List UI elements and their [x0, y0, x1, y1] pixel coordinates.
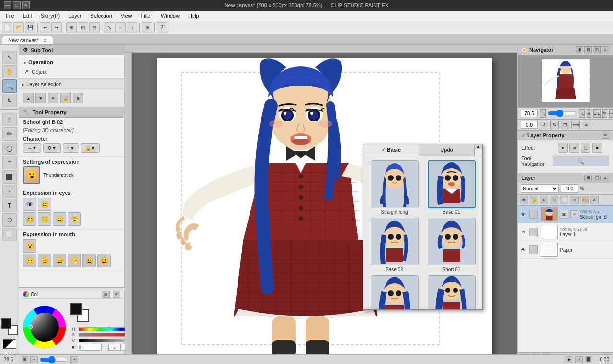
fill-tool[interactable]: ⬛ [2, 170, 17, 184]
status-zoom-fit-btn[interactable]: ⊞ [21, 356, 28, 363]
layer-item-0[interactable]: 👁 3D ✕ 100 % No... [518, 206, 613, 223]
menu-selection[interactable]: Selection [87, 12, 116, 20]
char-ctrl-2[interactable]: ⚙▼ [43, 143, 61, 153]
layer-select-lock-btn[interactable]: 🔒 [60, 93, 71, 103]
nav-rotate-btn[interactable]: ↻ [602, 109, 607, 118]
layer-tool-vis[interactable]: 👁 [520, 196, 528, 204]
eyes-opt-6[interactable]: 😤 [68, 212, 81, 226]
nav-1to1-btn[interactable]: 1:1 [593, 109, 601, 118]
foreground-color[interactable] [70, 303, 82, 315]
hair-item-base02[interactable]: Base 02 [367, 218, 421, 272]
transform-button[interactable]: ⤡ [104, 22, 114, 33]
layer-select-opt-btn[interactable]: ≡ [48, 93, 58, 103]
help-button[interactable]: ? [157, 22, 167, 33]
navigator-preview[interactable] [518, 55, 613, 107]
mouth-opt-7[interactable]: 😃 [97, 254, 111, 267]
layer-lock-1[interactable] [529, 228, 538, 236]
menu-file[interactable]: File [2, 12, 18, 20]
nav-rotation-input[interactable] [521, 121, 538, 129]
save-button[interactable]: 💾 [25, 22, 35, 33]
titlebar-maximize[interactable]: □ [13, 1, 21, 9]
effect-icon-4[interactable]: ■ [592, 143, 602, 153]
canvas-area[interactable]: ✓ Basic Updo ▲ [125, 45, 517, 364]
char-ctrl-4[interactable]: 🔒▼ [81, 143, 100, 153]
char-ctrl-3[interactable]: ≡▼ [63, 143, 79, 153]
opacity-input[interactable] [561, 184, 578, 193]
effect-icon-2[interactable]: ⊞ [569, 143, 579, 153]
hair-item-base01[interactable]: Base 01 [424, 160, 478, 215]
layer-panel-btn-2[interactable]: ⊡ [593, 175, 601, 181]
status-loop-btn[interactable]: ↺ [575, 356, 583, 363]
layer-panel-btn-3[interactable]: ≡ [602, 175, 609, 181]
layer-select-down-btn[interactable]: ▼ [35, 93, 46, 103]
layer-item-1[interactable]: 👁 100 % Normal Layer 1 [518, 223, 613, 241]
cursor-tool[interactable]: ↖ [2, 51, 17, 64]
nav-zoom-slider[interactable] [548, 110, 577, 116]
nav-rot-reset-btn[interactable]: ⊡ [561, 121, 569, 129]
color-wheel-container[interactable] [23, 306, 66, 349]
nav-zoom-out-btn[interactable]: 🔍 [540, 109, 546, 118]
hair-tab-updo[interactable]: Updo [419, 144, 475, 156]
mouth-opt-2[interactable]: 😐 [23, 254, 36, 267]
menu-story[interactable]: Story(P) [37, 12, 64, 20]
layer-prop-menu-btn[interactable]: ≡ [602, 132, 609, 139]
hair-popup-scroll-up[interactable]: ▲ [475, 144, 482, 149]
view-options-button[interactable]: ⊞ [142, 22, 152, 33]
new-button[interactable]: 📄 [2, 22, 12, 33]
mouth-opt-5[interactable]: 😁 [68, 254, 81, 267]
invert-sel-button[interactable]: ⊟ [89, 22, 100, 33]
menu-window[interactable]: Window [157, 12, 183, 20]
rgb-r-input[interactable]: 5 [108, 344, 121, 351]
color-menu-btn[interactable]: ≡ [113, 291, 120, 298]
brush-tool[interactable]: ◯ [2, 142, 17, 155]
effect-icon-3[interactable]: ◻ [581, 143, 590, 153]
selection-marquee-tool[interactable]: ⊡ [2, 113, 17, 126]
eyes-opt-5[interactable]: 😑 [53, 212, 66, 226]
zoom-tool[interactable]: 🔍 [2, 79, 17, 93]
eyes-opt-2[interactable]: 😐 [38, 198, 51, 211]
rotate-canvas-tool[interactable]: ↻ [2, 94, 17, 107]
open-button[interactable]: 📂 [13, 22, 24, 33]
reset-color-button[interactable] [3, 339, 16, 349]
titlebar-close[interactable]: ✕ [22, 1, 30, 9]
nav-rot-ccw-btn[interactable]: ↺ [540, 121, 548, 129]
status-play-btn[interactable]: ▶ [566, 356, 573, 363]
flip-h-button[interactable]: ↔ [115, 22, 126, 33]
nav-zoom-in-btn[interactable]: 🔍 [579, 109, 585, 118]
text-tool[interactable]: T [2, 199, 17, 212]
blend-mode-select[interactable]: Normal [521, 184, 559, 193]
mouth-opt-6[interactable]: 😀 [82, 254, 96, 267]
hair-item-short01[interactable]: Short 01 [424, 218, 478, 272]
nav-btn-1[interactable]: ⊞ [576, 46, 583, 53]
status-zoom-out-btn[interactable]: − [30, 356, 38, 363]
layer-tool-ref[interactable]: ⊕ [570, 196, 579, 204]
layer-tool-mask[interactable]: ⬜ [560, 196, 568, 204]
nav-mirror-btn[interactable]: ⟺ [571, 121, 580, 129]
color-options-btn[interactable]: ⊞ [102, 291, 110, 298]
nav-extra-btn[interactable]: ≡ [582, 121, 590, 129]
pen-tool[interactable]: ✏ [2, 127, 17, 141]
layer-select-extra-btn[interactable]: ⊕ [73, 93, 83, 103]
layer-tool-clip[interactable]: 📎 [550, 196, 558, 204]
expression-thumb-main[interactable]: 😮 [23, 166, 40, 184]
eyedropper-tool[interactable]: 💉 [2, 185, 17, 198]
nav-btn-4[interactable]: ≡ [602, 46, 609, 53]
char-ctrl-1[interactable]: ↔▼ [23, 143, 41, 153]
eraser-tool[interactable]: ◻ [2, 156, 17, 169]
menu-edit[interactable]: Edit [19, 12, 36, 20]
hair-selector-popup[interactable]: ✓ Basic Updo ▲ [363, 144, 483, 310]
mouth-opt-4[interactable]: 😄 [53, 254, 66, 267]
layer-visibility-2[interactable]: 👁 [520, 246, 527, 254]
nav-fit-btn[interactable]: ⊞ [587, 109, 591, 118]
layer-x-btn-0[interactable]: ✕ [570, 210, 578, 218]
layer-item-2[interactable]: 👁 Paper [518, 241, 613, 259]
layer-panel-btn-1[interactable]: ⊞ [584, 175, 592, 181]
status-zoom-in-btn[interactable]: + [70, 356, 78, 363]
canvas-tab-close[interactable]: ✕ [43, 38, 47, 43]
layer-lock-2[interactable] [529, 245, 538, 254]
canvas-inner[interactable]: ✓ Basic Updo ▲ [132, 53, 517, 364]
menu-filter[interactable]: Filter [137, 12, 156, 20]
hex-input[interactable]: 0 [78, 344, 102, 351]
nav-btn-3[interactable]: ⊟ [593, 46, 601, 53]
hair-tab-basic[interactable]: ✓ Basic [363, 144, 419, 156]
